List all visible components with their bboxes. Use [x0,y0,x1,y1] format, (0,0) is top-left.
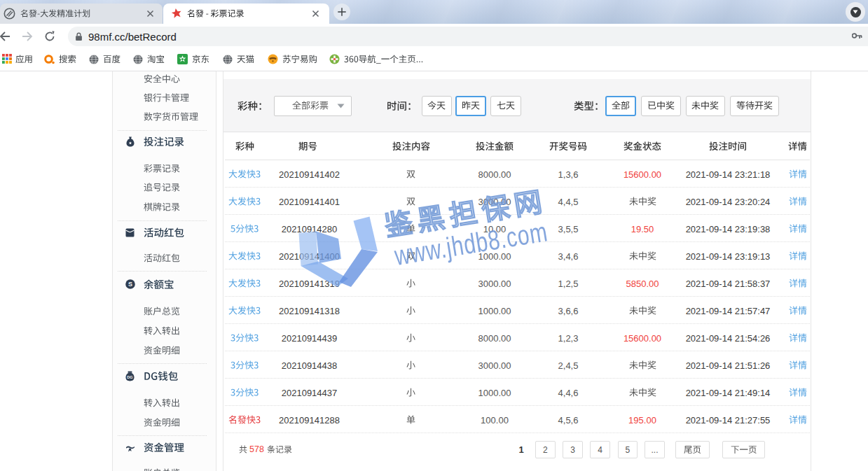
svg-text:DG: DG [127,375,132,379]
svg-text:S: S [128,281,132,288]
